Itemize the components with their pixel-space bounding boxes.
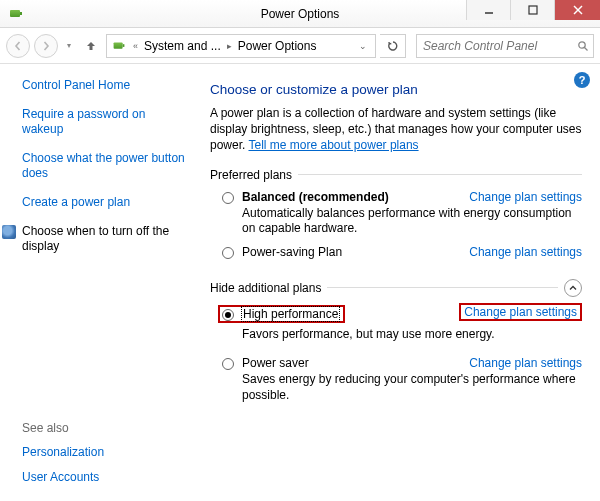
minimize-button[interactable] [466,0,510,20]
maximize-button[interactable] [510,0,554,20]
plan-balanced: Balanced (recommended) Change plan setti… [210,184,582,239]
change-plan-settings-link[interactable]: Change plan settings [469,356,582,370]
search-icon[interactable] [574,40,593,52]
plan-name: Power saver [242,356,309,370]
radio-high-performance[interactable] [222,309,234,321]
svg-rect-1 [529,6,537,14]
back-button[interactable] [6,34,30,58]
address-dropdown[interactable]: ⌄ [355,41,371,51]
forward-button[interactable] [34,34,58,58]
plan-desc: Saves energy by reducing your computer's… [242,372,582,403]
plan-name: Power-saving Plan [242,245,342,259]
plan-desc: Favors performance, but may use more ene… [210,327,582,343]
radio-power-saver[interactable] [222,358,234,370]
sidebar-item[interactable]: Require a password on wakeup [22,107,188,137]
search-box[interactable] [416,34,594,58]
chevron-right-icon: ▸ [225,41,234,51]
radio-balanced[interactable] [222,192,234,204]
svg-line-5 [585,47,588,50]
see-also-link[interactable]: Personalization [22,445,188,460]
up-button[interactable] [80,35,102,57]
learn-more-link[interactable]: Tell me more about power plans [248,138,418,152]
help-icon[interactable]: ? [574,72,590,88]
page-description: A power plan is a collection of hardware… [210,105,582,154]
additional-plans-toggle[interactable]: Hide additional plans [210,279,582,297]
plan-desc: Automatically balances performance with … [242,206,582,237]
radio-powersaving[interactable] [222,247,234,259]
change-plan-settings-link[interactable]: Change plan settings [459,305,582,319]
change-plan-settings-link[interactable]: Change plan settings [469,190,582,204]
sidebar-item[interactable]: Choose what the power button does [22,151,188,181]
highlight-box: High performance [218,305,345,323]
plan-powersaving: Power-saving Plan Change plan settings [210,239,582,261]
breadcrumb-seg[interactable]: System and ... [144,39,221,53]
svg-point-4 [579,41,585,47]
app-icon [8,6,24,22]
see-also-link[interactable]: User Accounts [22,470,188,485]
sidebar: Control Panel Home Require a password on… [0,64,200,501]
sidebar-item-current[interactable]: Choose when to turn off the display [22,224,188,254]
main-panel: ? Choose or customize a power plan A pow… [200,64,600,501]
breadcrumb-seg[interactable]: Power Options [238,39,317,53]
history-dropdown[interactable]: ▾ [62,41,76,50]
address-bar[interactable]: « System and ... ▸ Power Options ⌄ [106,34,376,58]
control-panel-home-link[interactable]: Control Panel Home [22,78,188,93]
preferred-plans-label: Preferred plans [210,168,582,182]
sidebar-item[interactable]: Create a power plan [22,195,188,210]
location-icon [112,38,126,52]
page-heading: Choose or customize a power plan [210,82,582,97]
refresh-button[interactable] [380,34,406,58]
chevron-right-icon[interactable]: « [131,41,140,51]
titlebar: Power Options [0,0,600,28]
close-button[interactable] [554,0,600,20]
search-input[interactable] [417,39,574,53]
plan-high-performance: High performance Change plan settings [210,299,582,325]
collapse-icon[interactable] [564,279,582,297]
change-plan-settings-link[interactable]: Change plan settings [469,245,582,259]
plan-power-saver: Power saver Change plan settings Saves e… [210,350,582,405]
plan-name: Balanced (recommended) [242,190,389,204]
navbar: ▾ « System and ... ▸ Power Options ⌄ [0,28,600,64]
see-also-label: See also [22,421,188,435]
plan-name: High performance [242,307,339,321]
